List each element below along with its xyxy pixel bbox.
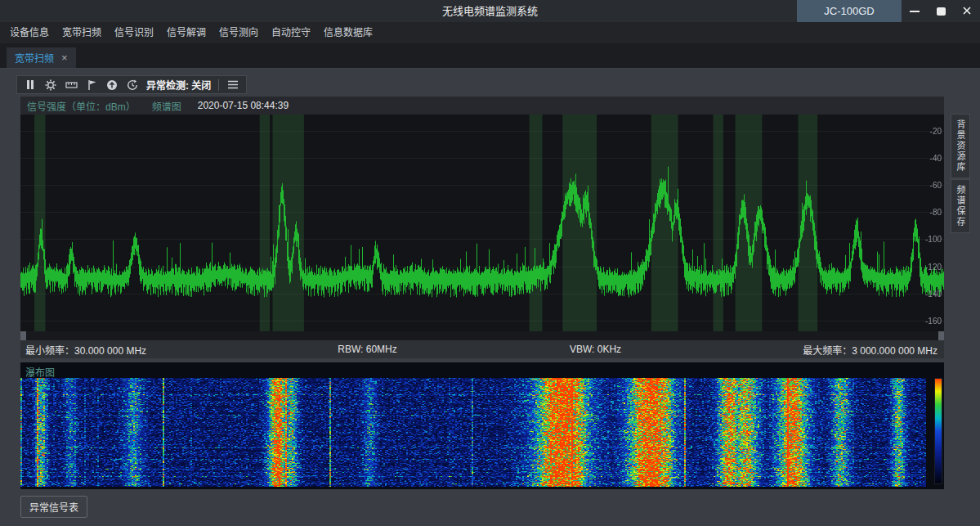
upload-circle-icon[interactable]	[105, 79, 119, 92]
spectrum-header: 信号强度（单位：dBm） 频谱图 2020-07-15 08:44:39	[20, 97, 944, 115]
maximize-button[interactable]	[928, 0, 954, 22]
pause-icon[interactable]	[24, 79, 37, 92]
menu-item-direction-finding[interactable]: 信号测向	[213, 22, 265, 43]
spectrum-panel: -20 -40 -60 -80 -100 -120 -140 -160	[20, 115, 944, 331]
range-handle-right[interactable]	[938, 331, 944, 340]
anomaly-detection-toggle[interactable]: 异常检测: 关闭	[146, 78, 211, 92]
vbw-value: VBW: 0KHz	[481, 344, 709, 355]
minimize-icon	[910, 11, 920, 12]
flag-icon[interactable]	[85, 79, 98, 92]
tab-broadband-scan[interactable]: 宽带扫频 ×	[7, 47, 76, 68]
spectrum-view-label: 频谱图	[152, 99, 181, 113]
spectrum-save-button[interactable]: 频谱保存	[951, 179, 970, 233]
tab-label: 宽带扫频	[15, 51, 54, 65]
waterfall-panel: 瀑布图	[20, 362, 944, 489]
minimize-button[interactable]	[902, 0, 928, 22]
close-button[interactable]	[954, 0, 980, 22]
min-frequency-value: 最小频率：30.000 000 MHz	[20, 343, 253, 357]
tab-close-icon[interactable]: ×	[61, 52, 68, 63]
waterfall-label: 瀑布图	[25, 365, 55, 379]
gear-icon[interactable]	[44, 79, 57, 92]
frequency-range-slider[interactable]	[20, 331, 944, 340]
abnormal-signal-table-button[interactable]: 异常信号表	[20, 496, 87, 518]
spectrum-ylabel: 信号强度（单位：dBm）	[27, 99, 136, 113]
close-icon	[962, 4, 972, 19]
tabbar: 宽带扫频 ×	[0, 43, 980, 69]
menu-item-auto-guard[interactable]: 自动控守	[265, 22, 317, 43]
max-frequency-value: 最大频率：3 000.000 000 MHz	[709, 343, 944, 357]
menubar: 设备信息 宽带扫频 信号识别 信号解调 信号测向 自动控守 信息数据库	[0, 22, 980, 43]
toolbar-separator	[218, 79, 219, 91]
menu-item-device-info[interactable]: 设备信息	[3, 22, 56, 43]
waterfall-canvas[interactable]	[20, 378, 926, 487]
waterfall-colorbar	[934, 378, 942, 484]
titlebar: 无线电频谱监测系统 JC-100GD	[0, 0, 980, 22]
menu-list-icon[interactable]	[226, 79, 239, 92]
auto-scan-clock-icon[interactable]	[126, 79, 139, 92]
menu-item-broadband-scan[interactable]: 宽带扫频	[56, 22, 108, 43]
titlebar-controls: JC-100GD	[797, 0, 980, 22]
rbw-value: RBW: 60MHz	[253, 344, 481, 355]
spectrum-toolbar: 异常检测: 关闭	[16, 75, 247, 94]
maximize-icon	[937, 7, 946, 16]
background-resource-library-button[interactable]: 背景资源库	[951, 114, 970, 178]
menu-item-signal-demodulation[interactable]: 信号解调	[160, 22, 213, 43]
menu-item-signal-recognition[interactable]: 信号识别	[108, 22, 160, 43]
spectrum-canvas[interactable]	[20, 115, 944, 331]
range-handle-left[interactable]	[20, 331, 26, 340]
spectrum-timestamp: 2020-07-15 08:44:39	[198, 100, 289, 111]
ruler-icon[interactable]	[65, 79, 78, 92]
menu-item-info-database[interactable]: 信息数据库	[317, 22, 379, 43]
device-model-button[interactable]: JC-100GD	[797, 0, 902, 22]
frequency-status-bar: 最小频率：30.000 000 MHz RBW: 60MHz VBW: 0KHz…	[20, 340, 944, 358]
